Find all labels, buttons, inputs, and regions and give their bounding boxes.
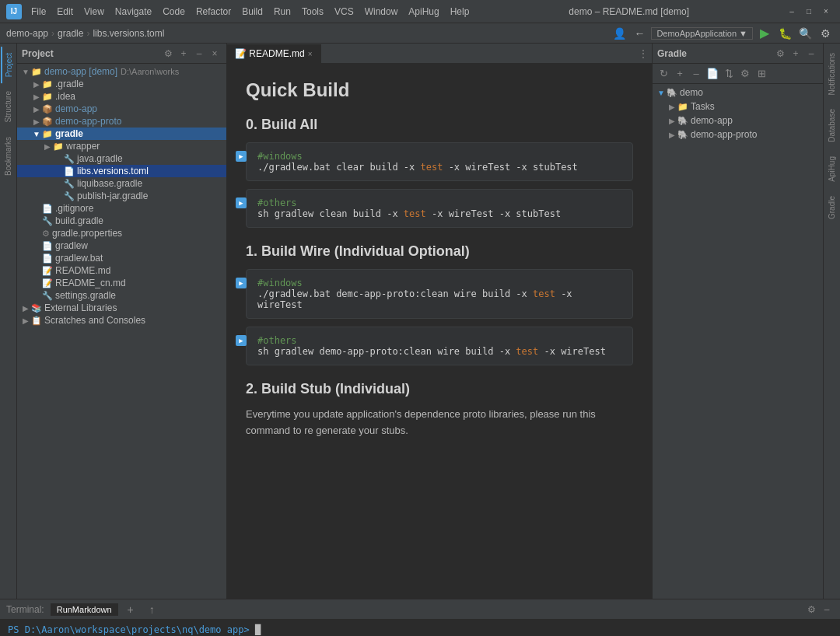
gradle-collapse-icon[interactable]: – [804, 47, 818, 61]
tree-item-external-libs[interactable]: ▶ 📚 External Libraries [17, 302, 226, 314]
tree-item-gitignore[interactable]: 📄 .gitignore [17, 202, 226, 215]
terminal-tab-run[interactable]: RunMarkdown [51, 603, 118, 616]
terminal-tab-up[interactable]: ↑ [143, 602, 161, 617]
tree-item-demo-app-proto[interactable]: ▶ 📦 demo-app-proto [17, 115, 226, 128]
tab-readme[interactable]: 📝 README.md × [227, 44, 321, 63]
project-tab[interactable]: Project [1, 47, 16, 83]
tree-item-idea[interactable]: ▶ 📁 .idea [17, 90, 226, 103]
terminal-close-icon[interactable]: – [820, 603, 834, 617]
code-comment-1: #windows [257, 151, 621, 162]
menu-tools[interactable]: Tools [297, 5, 328, 19]
menu-window[interactable]: Window [360, 5, 403, 19]
gradle-item-tasks[interactable]: ▶ 📁 Tasks [653, 100, 823, 114]
project-panel-close[interactable]: × [208, 47, 222, 61]
tree-item-scratches[interactable]: ▶ 📋 Scratches and Consoles [17, 314, 226, 327]
tree-item-gradle-properties[interactable]: ⚙ gradle.properties [17, 227, 226, 239]
vcs-icon[interactable]: 👤 [611, 25, 628, 42]
tree-item-libs-versions[interactable]: 📄 libs.versions.toml [17, 165, 226, 177]
menu-navigate[interactable]: Navigate [110, 5, 156, 19]
back-icon[interactable]: ← [631, 25, 648, 42]
terminal-content[interactable]: PS D:\Aaron\workspace\projects\nq\demo a… [0, 620, 840, 636]
gradle-item-demo[interactable]: ▼ 🐘 demo [653, 86, 823, 100]
gradle-refresh-icon[interactable]: ↻ [656, 66, 671, 82]
tree-item-gradlew[interactable]: 📄 gradlew [17, 239, 226, 252]
bookmarks-tab[interactable]: Bookmarks [2, 131, 15, 182]
minimize-button[interactable]: – [784, 4, 800, 19]
code-cmd-3: ./gradlew.bat demc-app-proto:clean wire … [257, 288, 621, 310]
structure-tab[interactable]: Structure [2, 85, 15, 129]
menu-edit[interactable]: Edit [52, 5, 78, 19]
gradle-settings-icon[interactable]: ⚙ [773, 47, 787, 61]
menu-file[interactable]: File [26, 5, 51, 19]
notifications-tab[interactable]: Notifications [825, 47, 838, 101]
gradle-item-demo-app-proto[interactable]: ▶ 🐘 demo-app-proto [653, 128, 823, 142]
doc-title: Quick Build [246, 79, 633, 101]
menu-help[interactable]: Help [446, 5, 474, 19]
tree-item-java-gradle[interactable]: 🔧 java.gradle [17, 152, 226, 165]
close-button[interactable]: × [818, 4, 834, 19]
tree-item-liquibase[interactable]: 🔧 liquibase.gradle [17, 177, 226, 190]
maximize-button[interactable]: □ [801, 4, 817, 19]
gradle-item-demo-app[interactable]: ▶ 🐘 demo-app [653, 114, 823, 128]
tree-item-demo-app-module[interactable]: ▶ 📦 demo-app [17, 103, 226, 115]
project-panel-expand[interactable]: + [177, 47, 191, 61]
database-tab[interactable]: Database [825, 103, 838, 149]
gradle-sort-icon[interactable]: ⇅ [721, 66, 737, 82]
tree-item-build-gradle[interactable]: 🔧 build.gradle [17, 215, 226, 227]
breadcrumb-file[interactable]: libs.versions.toml [93, 28, 164, 39]
gradle-toolbar: ↻ + – 📄 ⇅ ⚙ ⊞ [653, 64, 823, 84]
tree-item-gradlew-bat[interactable]: 📄 gradlew.bat [17, 252, 226, 264]
project-panel-collapse[interactable]: – [192, 47, 206, 61]
section-build-wire-heading: 1. Build Wire (Individual Optional) [246, 243, 633, 260]
tree-item-publish-jar[interactable]: 🔧 publish-jar.gradle [17, 190, 226, 202]
terminal-settings-icon[interactable]: ⚙ [804, 603, 818, 617]
menu-refactor[interactable]: Refactor [191, 5, 236, 19]
run-arrow-3[interactable]: ▶ [236, 278, 247, 288]
gradle-header-icons: ⚙ + – [773, 47, 818, 61]
gradle-side-tab[interactable]: Gradle [825, 190, 838, 225]
search-icon[interactable]: 🔍 [796, 25, 814, 42]
tree-item-gradle[interactable]: ▼ 📁 gradle [17, 128, 226, 140]
tree-item-wrapper[interactable]: ▶ 📁 wrapper [17, 140, 226, 152]
menu-view[interactable]: View [79, 5, 109, 19]
gradle-expand-icon[interactable]: + [789, 47, 803, 61]
terminal-tab-new[interactable]: + [121, 602, 140, 617]
menu-apihug[interactable]: ApiHug [404, 5, 443, 19]
tree-item-demo-app[interactable]: ▼ 📁 demo-app [demo] D:\Aaron\works [17, 65, 226, 78]
code-cmd-4: sh gradlew demo-app-proto:clean wire bui… [257, 346, 621, 357]
breadcrumb-demo-app[interactable]: demo-app [6, 28, 48, 39]
project-panel-settings[interactable]: ⚙ [161, 47, 175, 61]
gradle-title: Gradle [657, 48, 687, 59]
gradle-script-icon[interactable]: 📄 [705, 66, 720, 82]
settings-icon[interactable]: ⚙ [817, 25, 834, 42]
debug-button[interactable]: 🐛 [776, 25, 793, 42]
project-panel-header: Project ⚙ + – × [17, 44, 226, 64]
code-block-others-1: ▶ #others sh gradlew clean build -x test… [246, 189, 633, 228]
gradle-expand-all-icon[interactable]: ⊞ [754, 66, 769, 82]
left-sidebar-tabs: Project Structure Bookmarks [0, 44, 17, 599]
tree-item-readme-cn[interactable]: 📝 README_cn.md [17, 277, 226, 289]
run-arrow-1[interactable]: ▶ [236, 151, 247, 162]
apihug-tab[interactable]: ApiHug [825, 150, 838, 188]
gradle-link-icon[interactable]: + [672, 66, 688, 82]
code-block-windows-1: ▶ #windows ./gradlew.bat clear build -x … [246, 142, 633, 181]
gradle-filter-icon[interactable]: ⚙ [737, 66, 753, 82]
run-button[interactable]: ▶ [756, 25, 773, 42]
run-arrow-4[interactable]: ▶ [236, 335, 247, 346]
menu-code[interactable]: Code [158, 5, 190, 19]
tree-item-settings[interactable]: 🔧 settings.gradle [17, 289, 226, 302]
menu-run[interactable]: Run [269, 5, 296, 19]
run-arrow-2[interactable]: ▶ [236, 197, 247, 208]
gradle-panel: Gradle ⚙ + – ↻ + – 📄 ⇅ ⚙ ⊞ ▼ 🐘 demo [652, 44, 823, 599]
breadcrumb-gradle[interactable]: gradle [58, 28, 83, 39]
menu-vcs[interactable]: VCS [330, 5, 359, 19]
run-configuration[interactable]: DemoAppApplication ▼ [651, 27, 753, 40]
menu-build[interactable]: Build [237, 5, 268, 19]
gradle-minus-icon[interactable]: – [688, 66, 704, 82]
tab-readme-close[interactable]: × [308, 50, 313, 58]
tree-item-gradle-hidden[interactable]: ▶ 📁 .gradle [17, 78, 226, 90]
editor-content[interactable]: Quick Build 0. Build All ▶ #windows ./gr… [227, 64, 652, 599]
tab-menu-icon[interactable]: ⋮ [635, 44, 652, 63]
tree-item-readme[interactable]: 📝 README.md [17, 264, 226, 277]
section-build-stub-heading: 2. Build Stub (Individual) [246, 381, 633, 397]
